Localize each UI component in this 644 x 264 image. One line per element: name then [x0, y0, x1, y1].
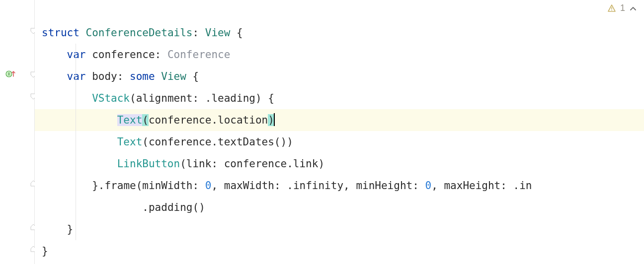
code-line[interactable]: struct ConferenceDetails: View { [35, 22, 644, 44]
code-line[interactable] [35, 0, 644, 22]
code-line[interactable]: .padding() [35, 197, 644, 218]
code-editor[interactable]: 1 struct ConferenceDetails: View { var c… [35, 0, 644, 264]
code-line-current[interactable]: Text(conference.location) [35, 109, 644, 131]
code-line[interactable]: var body: some View { [35, 66, 644, 87]
code-line[interactable]: }.frame(minWidth: 0, maxWidth: .infinity… [35, 175, 644, 197]
type-name: ConferenceDetails [86, 27, 193, 39]
code-line[interactable]: } [35, 218, 644, 240]
code-line[interactable]: VStack(alignment: .leading) { [35, 87, 644, 109]
implements-gutter-icon[interactable]: I [5, 68, 16, 79]
code-line[interactable]: } [35, 240, 644, 262]
text-caret [274, 113, 275, 126]
keyword: struct [42, 27, 80, 39]
code-line[interactable]: Text(conference.textDates()) [35, 131, 644, 153]
svg-text:I: I [8, 71, 10, 76]
code-line[interactable]: var conference: Conference [35, 44, 644, 66]
gutter: I [0, 0, 35, 264]
code-line[interactable]: LinkButton(link: conference.link) [35, 153, 644, 175]
